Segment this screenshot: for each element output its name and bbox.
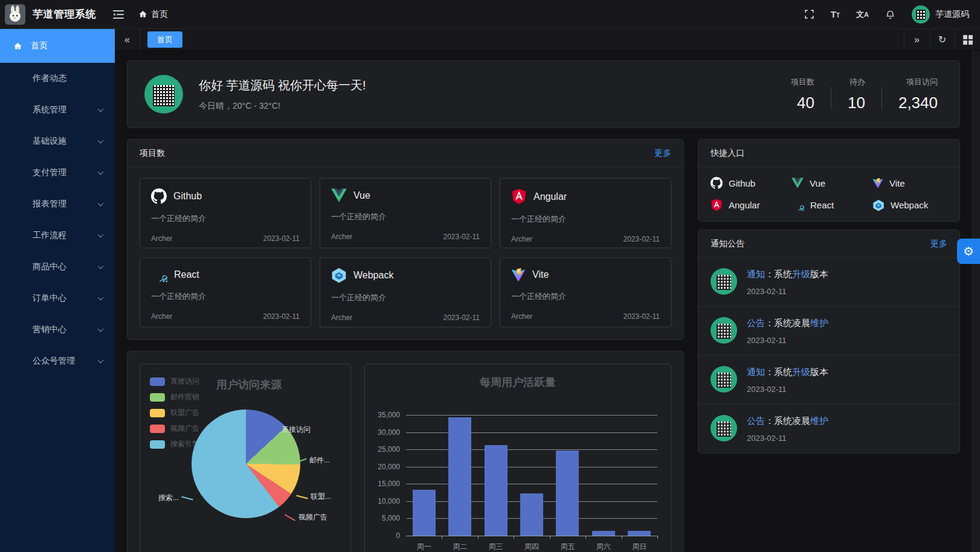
quick-link-react[interactable]: React bbox=[791, 199, 866, 211]
bar-plot-area: 05,00010,00015,00020,00025,00030,00035,0… bbox=[406, 415, 657, 536]
project-card-react[interactable]: React 一个正经的简介 Archer2023-02-11 bbox=[140, 257, 311, 327]
chevron-down-icon bbox=[98, 106, 104, 112]
pie-slice-label: 视频广告 bbox=[284, 512, 327, 522]
welcome-card: 你好 芋道源码 祝你开心每一天! 今日晴，20°C - 32°C! 项目数 40… bbox=[127, 60, 960, 128]
settings-gear-button[interactable]: ⚙ bbox=[957, 239, 980, 264]
x-axis-tick bbox=[622, 536, 622, 539]
bar bbox=[413, 490, 436, 536]
chevron-down-icon bbox=[98, 138, 104, 144]
tabs-scroll-left-button[interactable]: « bbox=[115, 29, 140, 50]
user-name: 芋道源码 bbox=[935, 9, 969, 20]
projects-more-link[interactable]: 更多 bbox=[654, 148, 671, 159]
y-axis-label: 35,000 bbox=[378, 411, 400, 419]
quick-links-card: 快捷入口 Github Vue Vite Angular React Webpa… bbox=[698, 139, 960, 222]
topbar-actions: TT 文A 芋道源码 bbox=[804, 5, 980, 24]
app-title: 芋道管理系统 bbox=[33, 7, 96, 21]
sidebar-item-product[interactable]: 商品中心 bbox=[0, 251, 115, 283]
user-menu[interactable]: 芋道源码 bbox=[912, 5, 969, 24]
bar bbox=[448, 417, 471, 536]
pie-chart-title: 用户访问来源 bbox=[216, 377, 282, 392]
quick-link-github[interactable]: Github bbox=[711, 177, 785, 189]
chevron-down-icon bbox=[98, 295, 104, 301]
sidebar-item-infra[interactable]: 基础设施 bbox=[0, 126, 115, 157]
notices-more-link[interactable]: 更多 bbox=[930, 239, 947, 249]
sidebar-item-system[interactable]: 系统管理 bbox=[0, 94, 115, 126]
scrollbar[interactable] bbox=[972, 51, 980, 552]
sidebar-item-home[interactable]: 首页 bbox=[0, 29, 115, 63]
bar bbox=[556, 451, 579, 536]
github-icon bbox=[711, 177, 723, 189]
notice-item[interactable]: 公告：系统凌晨维护 2023-02-11 bbox=[698, 404, 959, 453]
chevron-down-icon bbox=[98, 232, 104, 238]
notice-avatar bbox=[711, 415, 737, 441]
notice-item[interactable]: 通知：系统升级版本 2023-02-11 bbox=[698, 355, 959, 404]
project-card-vite[interactable]: Vite 一个正经的简介 Archer2023-02-11 bbox=[500, 257, 671, 327]
notices-title: 通知公告 bbox=[711, 239, 744, 249]
vite-icon bbox=[872, 178, 883, 188]
chevron-down-icon bbox=[98, 201, 104, 207]
greeting-text: 你好 芋道源码 祝你开心每一天! bbox=[199, 77, 366, 94]
quick-link-webpack[interactable]: Webpack bbox=[872, 199, 947, 211]
locale-icon[interactable]: 文A bbox=[856, 9, 869, 20]
pie-chart: 直接访问 邮件营销 联盟广告 视频广告 搜索引擎 用户访问来源 直接访问 邮件.… bbox=[140, 364, 351, 552]
project-card-vue[interactable]: Vue 一个正经的简介 Archer2023-02-11 bbox=[320, 178, 491, 248]
sidebar-item-order[interactable]: 订单中心 bbox=[0, 283, 115, 314]
sidebar-item-marketing[interactable]: 营销中心 bbox=[0, 314, 115, 345]
legend-item[interactable]: 搜索引擎 bbox=[150, 439, 199, 449]
sidebar-item-workflow[interactable]: 工作流程 bbox=[0, 220, 115, 251]
notice-avatar bbox=[711, 268, 737, 295]
tabs-scroll-right-button[interactable]: » bbox=[904, 29, 929, 50]
angular-icon bbox=[511, 188, 527, 205]
stat-visits: 项目访问 2,340 bbox=[898, 77, 938, 112]
x-axis-tick bbox=[550, 536, 550, 539]
projects-card: 项目数 更多 Github 一个正经的简介 Archer2023-02-11 bbox=[127, 139, 684, 340]
notice-avatar bbox=[711, 366, 737, 393]
app-logo[interactable] bbox=[5, 4, 25, 25]
sidebar-item-author[interactable]: 作者动态 bbox=[0, 63, 115, 94]
notice-item[interactable]: 公告：系统凌晨维护 2023-02-11 bbox=[698, 306, 959, 355]
chevron-down-icon bbox=[98, 169, 104, 175]
x-axis-label: 周一 bbox=[417, 542, 431, 552]
x-axis-label: 周五 bbox=[560, 542, 575, 552]
legend-item[interactable]: 邮件营销 bbox=[150, 392, 199, 402]
app-window: 芋道管理系统 首页 TT 文A bbox=[0, 0, 980, 552]
sidebar: 首页 作者动态 系统管理 基础设施 支付管理 报表管理 工作流程 商品中心 订单… bbox=[0, 29, 115, 552]
user-avatar bbox=[144, 75, 183, 114]
notice-item[interactable]: 通知：系统升级版本 2023-02-11 bbox=[698, 258, 959, 306]
quick-link-vite[interactable]: Vite bbox=[872, 177, 947, 189]
tabs: 首页 bbox=[140, 29, 904, 50]
project-card-webpack[interactable]: Webpack 一个正经的简介 Archer2023-02-11 bbox=[320, 257, 491, 327]
breadcrumb[interactable]: 首页 bbox=[138, 9, 168, 20]
tab-home[interactable]: 首页 bbox=[147, 31, 182, 48]
sidebar-item-report[interactable]: 报表管理 bbox=[0, 188, 115, 220]
legend-item[interactable]: 联盟广告 bbox=[150, 408, 199, 418]
stat-projects: 项目数 40 bbox=[791, 77, 814, 112]
webpack-icon bbox=[872, 199, 885, 211]
breadcrumb-home[interactable]: 首页 bbox=[151, 9, 168, 20]
quick-link-angular[interactable]: Angular bbox=[711, 199, 785, 211]
gridline bbox=[406, 484, 657, 484]
quick-links-title: 快捷入口 bbox=[711, 148, 744, 159]
gridline bbox=[406, 467, 657, 467]
bar bbox=[520, 493, 543, 536]
sidebar-item-pay[interactable]: 支付管理 bbox=[0, 157, 115, 188]
divider bbox=[882, 87, 882, 110]
sidebar-item-wechat[interactable]: 公众号管理 bbox=[0, 345, 115, 377]
menu-fold-icon[interactable] bbox=[113, 10, 124, 19]
y-axis-label: 10,000 bbox=[378, 497, 400, 505]
gridline bbox=[406, 536, 657, 536]
legend-item[interactable]: 视频广告 bbox=[150, 423, 199, 434]
quick-link-vue[interactable]: Vue bbox=[791, 177, 866, 189]
fullscreen-icon[interactable] bbox=[804, 9, 814, 19]
tabs-menu-icon[interactable] bbox=[955, 29, 980, 50]
x-axis-tick bbox=[478, 536, 479, 539]
refresh-icon[interactable]: ↻ bbox=[929, 29, 955, 50]
project-card-angular[interactable]: Angular 一个正经的简介 Archer2023-02-11 bbox=[500, 178, 671, 248]
legend-item[interactable]: 直接访问 bbox=[150, 376, 199, 387]
y-axis-label: 15,000 bbox=[378, 480, 400, 488]
project-card-github[interactable]: Github 一个正经的简介 Archer2023-02-11 bbox=[140, 178, 311, 248]
pie-slice-label: 直接访问 bbox=[267, 425, 311, 435]
bell-icon[interactable] bbox=[885, 9, 895, 20]
x-axis-tick bbox=[442, 536, 442, 539]
font-size-icon[interactable]: TT bbox=[831, 9, 840, 19]
